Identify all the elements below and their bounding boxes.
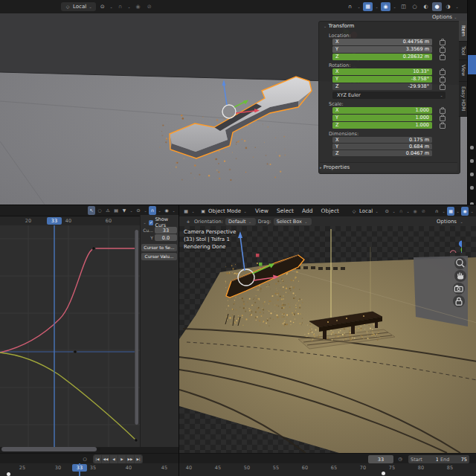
- menu-add[interactable]: Add: [298, 208, 317, 214]
- navigation-gizmo[interactable]: [437, 228, 462, 253]
- transform-orientation-dropdown[interactable]: ◇ Local ⌄: [347, 207, 382, 216]
- menu-select[interactable]: Select: [273, 208, 298, 214]
- next-keyframe-button[interactable]: ▶▶: [126, 455, 135, 463]
- orientation-setting-dropdown[interactable]: Default ⌄: [225, 218, 256, 225]
- shading-material-icon[interactable]: ●: [432, 2, 442, 11]
- menu-object[interactable]: Object: [318, 208, 343, 214]
- zoom-tool-icon[interactable]: [454, 257, 466, 269]
- cursor-x-field[interactable]: 33: [155, 227, 177, 234]
- graph-canvas[interactable]: [0, 225, 140, 447]
- editor-type-icon[interactable]: ▦: [182, 207, 190, 216]
- rotation-x-field[interactable]: X10.33°: [332, 68, 432, 75]
- drag-setting-dropdown[interactable]: Select Box ⌄: [274, 218, 312, 225]
- play-reverse-button[interactable]: ◀: [110, 455, 118, 463]
- pivot-point-dropdown[interactable]: ⊙: [383, 207, 390, 216]
- transform-panel-header[interactable]: ⌄ Transform: [324, 23, 354, 29]
- stopwatch-icon[interactable]: ◷: [396, 454, 404, 463]
- proportional-icon[interactable]: ◉: [411, 207, 419, 216]
- rotation-z-field[interactable]: Z-29.938°: [332, 83, 432, 90]
- snap-magnet-icon[interactable]: ∩: [345, 2, 355, 11]
- cursor-value-button[interactable]: Cursor Valu...: [141, 253, 177, 260]
- properties-tab-icon[interactable]: [470, 159, 474, 163]
- tab-view[interactable]: View: [459, 60, 467, 81]
- lock-icon[interactable]: [440, 40, 446, 45]
- jump-to-start-button[interactable]: |◀: [94, 455, 102, 463]
- filter-icon[interactable]: ▼: [120, 206, 128, 215]
- gizmos-toggle-icon[interactable]: ▦: [447, 207, 454, 216]
- lock-icon[interactable]: [440, 55, 446, 60]
- xray-toggle-icon[interactable]: ◫: [399, 2, 408, 11]
- snap-magnet-icon[interactable]: ∩: [149, 206, 156, 215]
- pan-hand-icon[interactable]: [454, 270, 466, 282]
- end-frame-field[interactable]: End 75: [438, 455, 469, 463]
- cursor-y-field[interactable]: 0.0: [155, 234, 177, 241]
- jump-to-end-button[interactable]: ▶|: [135, 455, 142, 463]
- current-frame-indicator[interactable]: 33: [47, 217, 62, 225]
- play-button[interactable]: ▶: [118, 455, 126, 463]
- location-x-field[interactable]: X0.44756 m: [332, 39, 432, 45]
- lock-icon[interactable]: [440, 48, 446, 53]
- shading-solid-icon[interactable]: ◐: [421, 2, 431, 11]
- scale-y-field[interactable]: Y1.000: [332, 115, 432, 121]
- auto-keying-icon[interactable]: ○: [81, 454, 89, 463]
- previous-keyframe-button[interactable]: ◀◀: [102, 455, 110, 463]
- transform-orientation-dropdown[interactable]: ◇ Local ⌄: [61, 2, 96, 11]
- snap-icon[interactable]: ∩: [397, 207, 405, 216]
- shading-rendered-icon[interactable]: ◑: [443, 2, 453, 11]
- camera-render-view[interactable]: Camera Perspective (33) Stol | Tsifra 1 …: [179, 226, 476, 453]
- checkbox-checked[interactable]: ✓: [149, 220, 153, 225]
- lock-icon[interactable]: [440, 116, 446, 121]
- properties-tab-icon[interactable]: [470, 173, 474, 176]
- proportional-falloff-icon[interactable]: ⊘: [144, 2, 154, 11]
- proportional-editing-icon[interactable]: ◉: [133, 2, 143, 11]
- dimensions-y-field[interactable]: Y0.684 m: [332, 144, 432, 149]
- camera-view-icon[interactable]: [453, 283, 465, 295]
- render-view-icon[interactable]: ▤: [112, 206, 120, 215]
- properties-panel-header[interactable]: ▸ Properties: [320, 162, 457, 172]
- ghost-curves-icon[interactable]: ◌: [96, 206, 103, 215]
- camera-lock-icon[interactable]: [453, 295, 465, 307]
- lock-icon[interactable]: [440, 123, 446, 129]
- lock-icon[interactable]: [440, 85, 446, 90]
- vertical-scrollbar[interactable]: [135, 230, 139, 425]
- start-frame-field[interactable]: Start 1: [408, 455, 441, 463]
- timeline-ruler[interactable]: 25 30 35 40 45 33: [0, 463, 178, 476]
- timeline2-ruler[interactable]: 40 45 50 55 60 65 70 75 80 85: [179, 463, 476, 476]
- mode-dropdown[interactable]: ▣ Object Mode ⌄: [196, 207, 251, 216]
- dimensions-x-field[interactable]: X0.175 m: [332, 137, 432, 143]
- properties-tab-icon[interactable]: [470, 186, 474, 190]
- current-frame-field[interactable]: 33: [368, 455, 393, 463]
- tab-item[interactable]: Item: [459, 21, 467, 42]
- rotation-mode-dropdown[interactable]: XYZ Euler ⌄: [332, 91, 446, 99]
- menu-view[interactable]: View: [251, 208, 272, 214]
- properties-tab-icon[interactable]: [470, 146, 474, 149]
- overlays-toggle-icon[interactable]: ◉: [381, 2, 390, 11]
- overlays-toggle-icon[interactable]: ◉: [461, 207, 469, 216]
- move-tool-icon[interactable]: +: [184, 217, 192, 226]
- tab-tool[interactable]: Tool: [459, 42, 467, 61]
- snap-icon[interactable]: ∩: [115, 2, 125, 11]
- scale-x-field[interactable]: X1.000: [332, 107, 432, 114]
- select-tool-icon[interactable]: ↖: [88, 206, 95, 215]
- current-frame-indicator[interactable]: 33: [72, 464, 87, 472]
- scale-z-field[interactable]: Z1.000: [332, 122, 432, 129]
- pivot-icon[interactable]: ⊙: [135, 206, 142, 215]
- horizontal-scrollbar[interactable]: [1, 447, 97, 451]
- shading-wireframe-icon[interactable]: ○: [410, 2, 419, 11]
- lock-icon[interactable]: [440, 77, 446, 83]
- tab-easy-hdri[interactable]: Easy HDRI: [459, 82, 467, 117]
- pivot-point-dropdown[interactable]: ⊙: [97, 2, 107, 11]
- snap-magnet-icon[interactable]: ∩: [433, 207, 440, 216]
- lock-icon[interactable]: [440, 109, 446, 114]
- proportional-falloff-icon[interactable]: ⊘: [419, 207, 427, 216]
- gizmos-toggle-icon[interactable]: ▦: [363, 2, 373, 11]
- dimensions-z-field[interactable]: Z0.0467 m: [332, 150, 432, 156]
- location-y-field[interactable]: Y3.3569 m: [332, 46, 432, 53]
- cursor-to-selection-button[interactable]: Cursor to Se...: [141, 244, 177, 251]
- options-dropdown[interactable]: Options: [437, 219, 457, 225]
- rotation-y-field[interactable]: Y-8.758°: [332, 76, 432, 83]
- lock-icon[interactable]: [440, 70, 446, 75]
- options-dropdown[interactable]: Options ⌄: [432, 14, 457, 20]
- location-z-field[interactable]: Z0.28632 m: [332, 54, 432, 60]
- graph-ruler[interactable]: 20 40 60 33: [0, 216, 140, 225]
